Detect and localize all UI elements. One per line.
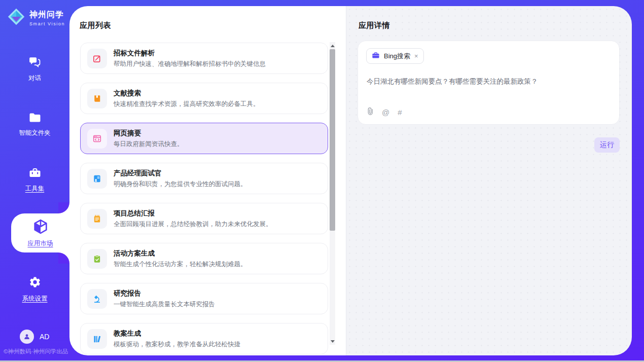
app-card-selected[interactable]: 网页摘要 每日政府新闻资讯快查。 <box>80 123 328 154</box>
app-card[interactable]: 研究报告 一键智能生成高质量长文本研究报告 <box>80 283 328 314</box>
prompt-card: Bing搜索 × 今日湖北有哪些新闻要点？有哪些需要关注的最新政策？ @ # <box>357 41 620 125</box>
app-card-title: 招标文件解析 <box>114 49 266 58</box>
app-card[interactable]: 产品经理面试官 明确身份和职责，为您提供专业性的面试问题。 <box>80 163 328 194</box>
sidebar-item-chat[interactable]: 对话 <box>0 56 69 83</box>
paperclip-icon[interactable] <box>367 107 374 118</box>
toolbox-icon <box>28 167 42 181</box>
app-card-desc: 帮助用户快速、准确地理解和解析招标书中的关键信息 <box>114 60 266 68</box>
browser-code-icon <box>87 129 107 149</box>
brand-diamond-icon <box>7 8 25 28</box>
resume-icon <box>87 169 107 189</box>
microscope-icon <box>87 289 107 309</box>
copyright-text: ©神州数码·神州问学出品 <box>4 348 69 355</box>
user-account[interactable]: AD <box>20 330 49 344</box>
scroll-down-icon[interactable] <box>330 338 335 345</box>
app-card[interactable]: 文献搜索 快速精准查找学术资源，提高研究效率的必备工具。 <box>80 83 328 114</box>
notepad-icon <box>87 209 107 229</box>
topic-hash-icon[interactable]: # <box>398 108 402 117</box>
app-card-desc: 智能生成个性化活动方案，轻松解决规划难题。 <box>114 260 247 269</box>
brand-subtitle: Smart Vision <box>29 21 65 26</box>
app-card[interactable]: 教案生成 模板驱动，教案秒成，教学准备从此轻松快捷 <box>80 323 328 354</box>
brand-name: 神州问学 <box>29 10 65 20</box>
app-card-desc: 每日政府新闻资讯快查。 <box>114 140 184 149</box>
edit-document-icon <box>87 49 107 68</box>
close-icon[interactable]: × <box>414 53 418 59</box>
avatar <box>20 330 34 344</box>
scrollbar-thumb[interactable] <box>330 49 335 231</box>
tool-tag-label: Bing搜索 <box>384 52 410 61</box>
brand-logo: 神州问学 Smart Vision <box>7 8 65 28</box>
sidebar-item-toolset[interactable]: 工具集 <box>0 167 69 193</box>
app-card-title: 项目总结汇报 <box>114 209 272 218</box>
app-card-title: 教案生成 <box>114 329 240 338</box>
app-card[interactable]: 项目总结汇报 全面回顾项目进展，总结经验教训，助力未来优化发展。 <box>80 203 328 234</box>
user-label: AD <box>40 333 49 341</box>
app-list-panel: 应用列表 招标文件解析 帮助用户快速、准确地理解和解析招标书中的关键信息 <box>69 6 346 355</box>
sidebar-item-label: 应用市场 <box>28 239 53 248</box>
composer-toolbar: @ # <box>367 107 402 118</box>
app-card-title: 产品经理面试官 <box>114 169 247 178</box>
active-tab-curve-bottom <box>58 252 69 264</box>
app-card-title: 文献搜索 <box>114 89 260 98</box>
sidebar-item-settings[interactable]: 系统设置 <box>0 276 69 303</box>
content-area: 应用列表 招标文件解析 帮助用户快速、准确地理解和解析招标书中的关键信息 <box>69 6 632 355</box>
folder-icon <box>28 112 42 125</box>
app-card-desc: 快速精准查找学术资源，提高研究效率的必备工具。 <box>114 100 260 108</box>
app-detail-panel: 应用详情 Bing搜索 × 今日湖北有哪些新闻要点？有哪些需要关注的最新政策？ <box>346 6 632 355</box>
app-detail-title: 应用详情 <box>359 21 390 30</box>
app-card-title: 网页摘要 <box>114 129 184 138</box>
app-card[interactable]: 活动方案生成 智能生成个性化活动方案，轻松解决规划难题。 <box>80 243 328 274</box>
book-icon <box>87 89 107 108</box>
sidebar-item-label: 工具集 <box>25 185 45 193</box>
run-button[interactable]: 运行 <box>594 137 620 153</box>
sidebar-item-app-market[interactable]: 应用市场 <box>11 213 69 252</box>
app-card-title: 活动方案生成 <box>114 249 247 258</box>
app-list-scrollbar[interactable] <box>330 42 335 345</box>
briefcase-icon <box>372 52 380 61</box>
app-card-list: 招标文件解析 帮助用户快速、准确地理解和解析招标书中的关键信息 文献搜索 快速精… <box>80 43 328 355</box>
active-tab-curve-top <box>58 202 69 213</box>
cube-icon <box>32 219 49 237</box>
sidebar-item-smart-folders[interactable]: 智能文件夹 <box>0 112 69 137</box>
app-card-desc: 明确身份和职责，为您提供专业性的面试问题。 <box>114 180 247 189</box>
clipboard-check-icon <box>87 249 107 269</box>
app-card-desc: 全面回顾项目进展，总结经验教训，助力未来优化发展。 <box>114 220 272 229</box>
query-input[interactable]: 今日湖北有哪些新闻要点？有哪些需要关注的最新政策？ <box>367 77 611 87</box>
app-card-title: 研究报告 <box>114 289 215 298</box>
app-card-desc: 一键智能生成高质量长文本研究报告 <box>114 300 215 309</box>
tool-tag-bing-search[interactable]: Bing搜索 × <box>366 48 424 64</box>
books-icon <box>87 329 107 349</box>
app-window: 神州问学 Smart Vision 对话 智能文件夹 <box>0 0 644 362</box>
chat-icon <box>28 56 42 70</box>
app-card[interactable]: 招标文件解析 帮助用户快速、准确地理解和解析招标书中的关键信息 <box>80 43 328 74</box>
mention-icon[interactable]: @ <box>382 108 389 117</box>
scroll-up-icon[interactable] <box>330 42 335 49</box>
sidebar-item-label: 系统设置 <box>22 295 48 303</box>
sidebar-item-label: 智能文件夹 <box>19 129 51 137</box>
app-card-desc: 模板驱动，教案秒成，教学准备从此轻松快捷 <box>114 340 240 349</box>
sidebar-item-label: 对话 <box>28 74 41 83</box>
gear-icon <box>28 276 42 291</box>
app-list-title: 应用列表 <box>80 21 111 30</box>
